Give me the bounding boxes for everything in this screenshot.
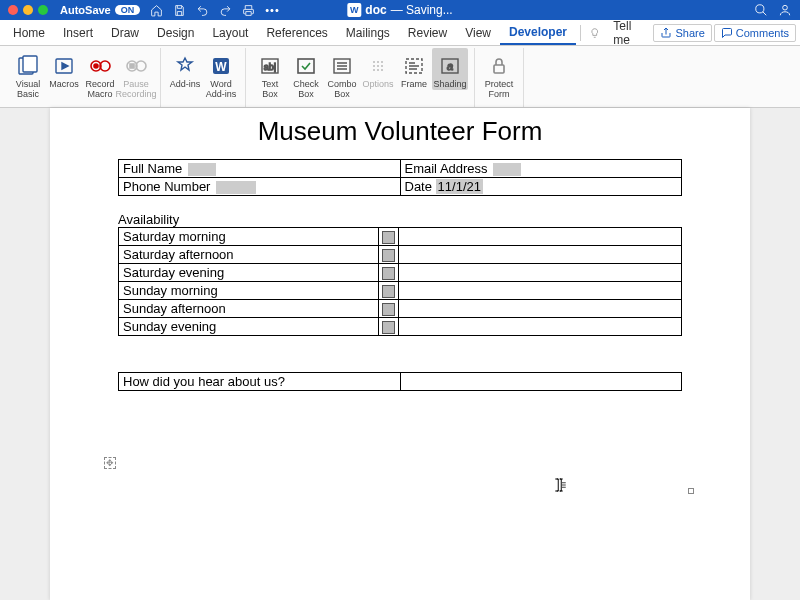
ribbon-options: Options [360,48,396,90]
slot-checkbox[interactable] [382,249,395,262]
minimize-window-icon[interactable] [23,5,33,15]
svg-point-8 [94,64,98,68]
slot-checkbox[interactable] [382,231,395,244]
ribbon-shading[interactable]: aShading [432,48,468,90]
ribbon-record-macro[interactable]: RecordMacro [82,48,118,100]
date-label: Date [405,179,432,194]
share-label: Share [675,27,704,39]
ribbon-icon [88,52,112,80]
zoom-window-icon[interactable] [38,5,48,15]
share-button[interactable]: Share [653,24,711,42]
document-area[interactable]: Museum Volunteer Form Full Name Email Ad… [0,108,800,600]
svg-text:a: a [447,60,453,72]
titlebar: AutoSave ON ••• W doc — Saving... [0,0,800,20]
tab-mailings[interactable]: Mailings [337,20,399,45]
undo-icon[interactable] [196,4,209,17]
email-field[interactable] [493,163,521,176]
ribbon-protect-form[interactable]: ProtectForm [481,48,517,100]
tab-design[interactable]: Design [148,20,203,45]
quick-access-toolbar: ••• [150,4,280,17]
lightbulb-icon[interactable] [589,26,600,40]
slot-empty [399,282,682,300]
slot-checkbox[interactable] [382,267,395,280]
print-icon[interactable] [242,4,255,17]
document-status: — Saving... [391,3,453,17]
ribbon-visual-basic[interactable]: VisualBasic [10,48,46,100]
ribbon-combo-box[interactable]: ComboBox [324,48,360,100]
svg-rect-16 [298,59,314,73]
phone-label: Phone Number [123,179,210,194]
user-icon[interactable] [778,3,792,17]
tab-references[interactable]: References [257,20,336,45]
availability-row: Saturday afternoon [119,246,682,264]
ribbon-word-add-ins[interactable]: WWordAdd-ins [203,48,239,100]
full-name-field[interactable] [188,163,216,176]
ribbon-icon: a [438,52,462,80]
slot-label: Saturday afternoon [123,247,234,262]
home-icon[interactable] [150,4,163,17]
ribbon-macros[interactable]: Macros [46,48,82,90]
tell-me-search[interactable]: Tell me [604,20,653,45]
tab-draw[interactable]: Draw [102,20,148,45]
svg-rect-21 [494,65,504,73]
slot-empty [399,228,682,246]
ribbon-text-box[interactable]: ab|TextBox [252,48,288,100]
save-icon[interactable] [173,4,186,17]
autosave-toggle[interactable]: ON [115,5,141,15]
slot-label: Sunday morning [123,283,218,298]
ribbon-check-box[interactable]: CheckBox [288,48,324,100]
svg-marker-5 [62,63,68,69]
document-name: doc [365,3,386,17]
slot-label: Sunday afternoon [123,301,226,316]
availability-row: Sunday evening [119,318,682,336]
ribbon-icon [124,52,148,80]
slot-checkbox[interactable] [382,285,395,298]
ribbon-developer: VisualBasicMacrosRecordMacroPauseRecordi… [0,46,800,108]
ribbon-icon [294,52,318,80]
slot-empty [399,246,682,264]
word-app-icon: W [347,3,361,17]
slot-label: Saturday evening [123,265,224,280]
full-name-label: Full Name [123,161,182,176]
hear-answer-cell[interactable] [400,373,682,391]
table-anchor-icon[interactable]: ✥ [104,457,116,469]
close-window-icon[interactable] [8,5,18,15]
comments-button[interactable]: Comments [714,24,796,42]
availability-label: Availability [118,212,682,227]
ribbon-frame[interactable]: Frame [396,48,432,90]
autosave-label: AutoSave [60,4,111,16]
tab-home[interactable]: Home [4,20,54,45]
phone-field[interactable] [216,181,256,194]
slot-empty [399,264,682,282]
redo-icon[interactable] [219,4,232,17]
svg-rect-3 [23,56,37,72]
ribbon-icon: ab| [258,52,282,80]
comments-label: Comments [736,27,789,39]
availability-row: Sunday morning [119,282,682,300]
ribbon-pause-recording: PauseRecording [118,48,154,100]
tab-developer[interactable]: Developer [500,20,576,45]
ellipsis-icon[interactable]: ••• [265,4,280,16]
tab-layout[interactable]: Layout [203,20,257,45]
slot-empty [399,300,682,318]
ribbon-icon [402,52,426,80]
availability-row: Saturday evening [119,264,682,282]
ribbon-icon [52,52,76,80]
tab-review[interactable]: Review [399,20,456,45]
tab-insert[interactable]: Insert [54,20,102,45]
svg-point-1 [783,5,788,10]
slot-empty [399,318,682,336]
search-icon[interactable] [754,3,768,17]
hear-label: How did you hear about us? [123,374,285,389]
svg-text:W: W [215,60,227,74]
hear-table: How did you hear about us? [118,372,682,391]
slot-checkbox[interactable] [382,303,395,316]
slot-checkbox[interactable] [382,321,395,334]
tab-view[interactable]: View [456,20,500,45]
date-field[interactable]: 11/1/21 [436,179,483,194]
ribbon-icon [366,52,390,80]
availability-table: Saturday morningSaturday afternoonSaturd… [118,227,682,336]
ribbon-add-ins[interactable]: Add-ins [167,48,203,90]
table-resize-handle[interactable] [688,488,694,494]
ribbon-icon: W [209,52,233,80]
